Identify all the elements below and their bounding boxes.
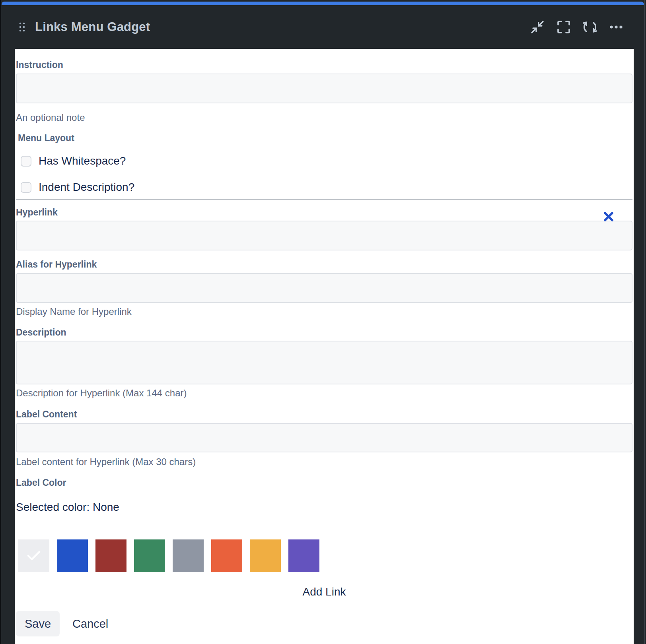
section-divider [16, 199, 632, 200]
alias-label: Alias for Hyperlink [16, 259, 632, 270]
top-accent-bar [2, 2, 644, 5]
color-swatch-yellow[interactable] [250, 539, 281, 572]
indent-description-checkbox[interactable] [21, 182, 31, 193]
refresh-icon[interactable] [583, 20, 597, 34]
gadget-title: Links Menu Gadget [35, 20, 150, 34]
cancel-button[interactable]: Cancel [72, 617, 108, 630]
indent-description-row: Indent Description? [21, 181, 632, 193]
color-swatch-gray[interactable] [173, 539, 204, 572]
gadget-config-panel: Instruction An optional note Menu Layout… [15, 49, 634, 644]
collapse-icon[interactable] [530, 20, 545, 34]
color-swatch-purple[interactable] [288, 539, 319, 572]
has-whitespace-checkbox[interactable] [21, 156, 31, 167]
hyperlink-label: Hyperlink [16, 207, 632, 218]
form-actions-row: Save Cancel [16, 611, 632, 636]
more-options-icon[interactable] [609, 20, 623, 34]
fullscreen-icon[interactable] [556, 20, 571, 34]
instruction-input[interactable] [16, 74, 632, 103]
label-content-label: Label Content [16, 409, 632, 420]
menu-layout-label: Menu Layout [18, 133, 632, 144]
alias-input[interactable] [16, 273, 632, 303]
indent-description-label: Indent Description? [39, 181, 134, 193]
color-swatch-blue[interactable] [57, 539, 88, 572]
label-color-label: Label Color [16, 477, 632, 488]
has-whitespace-label: Has Whitespace? [39, 155, 126, 167]
selected-color-text: Selected color: None [16, 501, 632, 514]
remove-link-icon[interactable] [603, 211, 615, 223]
color-swatch-red[interactable] [95, 539, 126, 572]
description-textarea[interactable] [16, 341, 632, 384]
instruction-helper: An optional note [16, 112, 632, 123]
instruction-label: Instruction [16, 60, 632, 70]
header-icon-group [530, 5, 623, 49]
window-edge-line [644, 0, 645, 644]
check-icon [27, 551, 41, 561]
has-whitespace-row: Has Whitespace? [21, 155, 632, 167]
gadget-window: Links Menu Gadget [0, 0, 646, 644]
add-link-button[interactable]: Add Link [16, 586, 632, 598]
color-swatch-orange[interactable] [211, 539, 242, 572]
link-section: Hyperlink Alias for Hyperlink Display Na… [16, 207, 632, 598]
hyperlink-input[interactable] [16, 221, 632, 250]
label-content-input[interactable] [16, 423, 632, 452]
save-button[interactable]: Save [16, 611, 60, 636]
label-content-helper: Label content for Hyperlink (Max 30 char… [16, 456, 632, 467]
color-swatch-row [18, 539, 632, 572]
drag-handle-icon[interactable] [19, 21, 28, 33]
alias-helper: Display Name for Hyperlink [16, 306, 632, 317]
description-label: Description [16, 327, 632, 338]
gadget-header: Links Menu Gadget [2, 5, 644, 49]
color-swatch-green[interactable] [134, 539, 165, 572]
color-swatch-none[interactable] [18, 539, 49, 572]
description-helper: Description for Hyperlink (Max 144 char) [16, 388, 632, 399]
